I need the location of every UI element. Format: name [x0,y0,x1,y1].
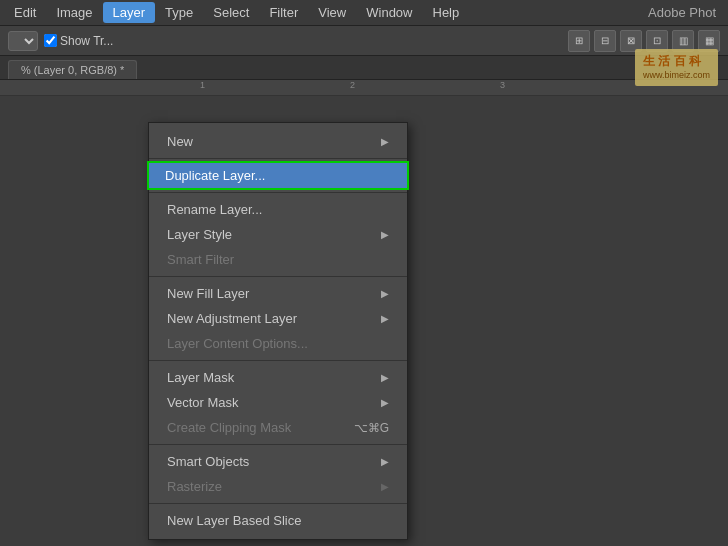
dropdown-item-new-fill[interactable]: New Fill Layer ▶ [149,281,407,306]
layer-dropdown-menu: New ▶ Duplicate Layer... Rename Layer...… [148,122,408,540]
watermark: 生 活 百 科 www.bimeiz.com [635,49,718,86]
clipping-mask-shortcut: ⌥⌘G [354,421,389,435]
menu-layer[interactable]: Layer [103,2,156,23]
menu-window[interactable]: Window [356,2,422,23]
ruler-mark-2: 2 [350,80,355,90]
watermark-line1: 生 活 百 科 [643,53,710,70]
dropdown-item-smart-filter-label: Smart Filter [167,252,234,267]
new-fill-arrow: ▶ [381,288,389,299]
smart-objects-arrow: ▶ [381,456,389,467]
document-tab[interactable]: % (Layer 0, RGB/8) * [8,60,137,79]
show-transform-checkbox[interactable]: Show Tr... [44,34,113,48]
menu-edit[interactable]: Edit [4,2,46,23]
align-center-icon[interactable]: ⊟ [594,30,616,52]
ruler-mark-3: 3 [500,80,505,90]
dropdown-section-6: Smart Objects ▶ Rasterize ▶ [149,444,407,501]
transform-checkbox-input[interactable] [44,34,57,47]
dropdown-item-duplicate[interactable]: Duplicate Layer... [147,161,409,190]
toolbar: Show Tr... ⊞ ⊟ ⊠ ⊡ ▥ ▦ [0,26,728,56]
rasterize-arrow: ▶ [381,481,389,492]
menu-help[interactable]: Help [423,2,470,23]
dropdown-item-new-fill-label: New Fill Layer [167,286,249,301]
tab-bar: % (Layer 0, RGB/8) * [0,56,728,80]
dropdown-item-content-options-label: Layer Content Options... [167,336,308,351]
dropdown-item-vector-mask-label: Vector Mask [167,395,239,410]
vector-mask-arrow: ▶ [381,397,389,408]
dropdown-item-smart-objects-label: Smart Objects [167,454,249,469]
ruler-mark-1: 1 [200,80,205,90]
dropdown-item-layer-mask[interactable]: Layer Mask ▶ [149,365,407,390]
dropdown-item-rename-label: Rename Layer... [167,202,262,217]
dropdown-item-vector-mask[interactable]: Vector Mask ▶ [149,390,407,415]
dropdown-item-smart-filter: Smart Filter [149,247,407,272]
layer-style-arrow: ▶ [381,229,389,240]
watermark-line2: www.bimeiz.com [643,69,710,82]
dropdown-section-1: New ▶ [149,127,407,156]
dropdown-section-5: Layer Mask ▶ Vector Mask ▶ Create Clippi… [149,360,407,442]
menu-type[interactable]: Type [155,2,203,23]
dropdown-section-2: Duplicate Layer... [149,158,407,190]
toolbar-select[interactable] [8,31,38,51]
dropdown-item-clipping-mask-label: Create Clipping Mask [167,420,291,435]
dropdown-item-new-label: New [167,134,193,149]
dropdown-section-3: Rename Layer... Layer Style ▶ Smart Filt… [149,192,407,274]
menu-view[interactable]: View [308,2,356,23]
new-adjustment-arrow: ▶ [381,313,389,324]
dropdown-item-rasterize-label: Rasterize [167,479,222,494]
dropdown-section-7: New Layer Based Slice [149,503,407,535]
menu-filter[interactable]: Filter [259,2,308,23]
dropdown-item-layer-style[interactable]: Layer Style ▶ [149,222,407,247]
dropdown-item-new-adjustment[interactable]: New Adjustment Layer ▶ [149,306,407,331]
transform-label: Show Tr... [60,34,113,48]
menu-image[interactable]: Image [46,2,102,23]
dropdown-item-new[interactable]: New ▶ [149,129,407,154]
dropdown-item-new-layer-slice-label: New Layer Based Slice [167,513,301,528]
dropdown-item-layer-mask-label: Layer Mask [167,370,234,385]
dropdown-item-smart-objects[interactable]: Smart Objects ▶ [149,449,407,474]
ruler: 1 2 3 [0,80,728,96]
dropdown-item-new-layer-slice[interactable]: New Layer Based Slice [149,508,407,533]
layer-mask-arrow: ▶ [381,372,389,383]
app-title: Adobe Phot [648,5,724,20]
menu-bar: Edit Image Layer Type Select Filter View… [0,0,728,26]
dropdown-item-rename[interactable]: Rename Layer... [149,197,407,222]
dropdown-item-new-arrow: ▶ [381,136,389,147]
dropdown-item-rasterize: Rasterize ▶ [149,474,407,499]
dropdown-item-layer-style-label: Layer Style [167,227,232,242]
dropdown-item-clipping-mask: Create Clipping Mask ⌥⌘G [149,415,407,440]
dropdown-item-new-adjustment-label: New Adjustment Layer [167,311,297,326]
align-left-icon[interactable]: ⊞ [568,30,590,52]
menu-select[interactable]: Select [203,2,259,23]
dropdown-item-duplicate-label: Duplicate Layer... [165,168,265,183]
dropdown-item-content-options: Layer Content Options... [149,331,407,356]
dropdown-section-4: New Fill Layer ▶ New Adjustment Layer ▶ … [149,276,407,358]
